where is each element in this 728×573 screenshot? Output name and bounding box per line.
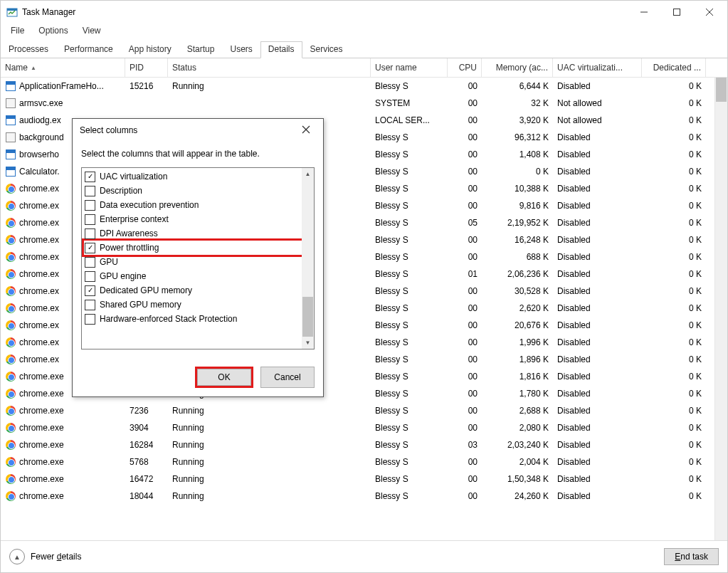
tab-details[interactable]: Details — [260, 41, 302, 58]
header-name[interactable]: Name▲ — [1, 58, 125, 77]
header-pid[interactable]: PID — [125, 58, 168, 77]
checkbox-icon[interactable] — [85, 243, 95, 253]
checkbox-icon[interactable] — [85, 257, 95, 268]
column-option[interactable]: Enterprise context — [82, 212, 314, 226]
dialog-close-button[interactable] — [296, 122, 316, 139]
cell-memory: 1,408 K — [482, 149, 553, 159]
scroll-down-arrow-icon[interactable]: ▼ — [302, 337, 314, 349]
cell-memory: 2,03,240 K — [482, 440, 553, 450]
cell-memory: 9,816 K — [482, 201, 553, 211]
table-row[interactable]: armsvc.exeSYSTEM0032 KNot allowed0 K — [1, 95, 727, 112]
process-name: chrome.exe — [19, 389, 64, 399]
menu-view[interactable]: View — [77, 24, 107, 37]
column-option[interactable]: Data execution prevention — [82, 198, 314, 212]
checkbox-icon[interactable] — [85, 186, 95, 196]
cell-user: LOCAL SER... — [371, 115, 448, 125]
cell-user: Blessy S — [371, 423, 448, 433]
checkbox-icon[interactable] — [85, 300, 95, 310]
ok-button-highlight: OK — [195, 367, 253, 388]
table-row[interactable]: chrome.exe16284RunningBlessy S032,03,240… — [1, 436, 727, 453]
table-row[interactable]: chrome.exe18044RunningBlessy S0024,260 K… — [1, 488, 727, 505]
process-name: chrome.ex — [19, 218, 59, 228]
column-option[interactable]: UAC virtualization — [82, 169, 314, 184]
cell-uac: Disabled — [553, 440, 642, 450]
column-option[interactable]: Shared GPU memory — [82, 298, 314, 312]
column-option-label: UAC virtualization — [100, 172, 167, 182]
table-row[interactable]: ApplicationFrameHo...15216RunningBlessy … — [1, 78, 727, 95]
checkbox-icon[interactable] — [85, 214, 95, 225]
column-option[interactable]: Description — [82, 184, 314, 198]
header-status[interactable]: Status — [168, 58, 371, 77]
checkbox-icon[interactable] — [85, 200, 95, 211]
process-icon — [5, 132, 16, 143]
cell-memory: 0 K — [482, 167, 553, 177]
menubar: File Options View — [1, 23, 727, 38]
header-memory[interactable]: Memory (ac... — [482, 58, 553, 77]
column-option[interactable]: Dedicated GPU memory — [82, 283, 314, 298]
column-option[interactable]: GPU — [82, 255, 314, 269]
checkbox-icon[interactable] — [85, 285, 95, 296]
cell-uac: Disabled — [553, 474, 642, 484]
column-headers: Name▲ PID Status User name CPU Memory (a… — [1, 58, 727, 78]
close-button[interactable] — [693, 1, 726, 23]
fewer-details-button[interactable]: ▲ Fewer details — [9, 549, 81, 564]
process-name: chrome.ex — [19, 269, 59, 279]
header-user[interactable]: User name — [371, 58, 448, 77]
menu-options[interactable]: Options — [33, 24, 73, 37]
process-icon — [5, 490, 16, 502]
header-uac[interactable]: UAC virtualizati... — [553, 58, 642, 77]
process-name: chrome.exe — [19, 440, 64, 450]
tab-app-history[interactable]: App history — [121, 41, 179, 58]
process-name: chrome.ex — [19, 354, 59, 364]
tab-startup[interactable]: Startup — [179, 41, 223, 58]
listbox-scrollbar[interactable]: ▲ ▼ — [302, 168, 314, 349]
header-cpu[interactable]: CPU — [448, 58, 482, 77]
cell-user: Blessy S — [371, 354, 448, 364]
cell-user: Blessy S — [371, 320, 448, 330]
header-dedicated[interactable]: Dedicated ... — [642, 58, 706, 77]
cell-uac: Disabled — [553, 269, 642, 279]
cell-cpu: 00 — [448, 457, 482, 467]
checkbox-icon[interactable] — [85, 172, 95, 182]
end-task-button[interactable]: End task — [664, 548, 719, 565]
process-icon — [5, 80, 16, 92]
menu-file[interactable]: File — [5, 24, 30, 37]
column-option-label: Shared GPU memory — [100, 300, 181, 310]
process-icon — [5, 371, 16, 382]
cell-dedicated: 0 K — [642, 440, 706, 450]
cell-user: Blessy S — [371, 269, 448, 279]
cell-cpu: 00 — [448, 132, 482, 142]
process-icon — [5, 354, 16, 365]
table-row[interactable]: chrome.exe3904RunningBlessy S002,080 KDi… — [1, 419, 727, 436]
minimize-button[interactable] — [628, 1, 660, 23]
cell-uac: Disabled — [553, 303, 642, 313]
cell-cpu: 00 — [448, 252, 482, 262]
columns-listbox[interactable]: UAC virtualizationDescriptionData execut… — [81, 167, 315, 349]
cell-dedicated: 0 K — [642, 474, 706, 484]
process-name: chrome.ex — [19, 320, 59, 330]
column-option[interactable]: GPU engine — [82, 269, 314, 283]
tab-users[interactable]: Users — [222, 41, 260, 58]
ok-button[interactable]: OK — [197, 369, 251, 386]
tab-processes[interactable]: Processes — [1, 41, 56, 58]
tab-performance[interactable]: Performance — [56, 41, 121, 58]
cell-user: Blessy S — [371, 235, 448, 245]
tab-services[interactable]: Services — [302, 41, 351, 58]
scroll-up-arrow-icon[interactable]: ▲ — [302, 168, 314, 180]
table-row[interactable]: chrome.exe16472RunningBlessy S001,50,348… — [1, 471, 727, 488]
listbox-scroll-thumb[interactable] — [302, 297, 313, 337]
table-row[interactable]: chrome.exe5768RunningBlessy S002,004 KDi… — [1, 453, 727, 471]
cell-uac: Not allowed — [553, 98, 642, 108]
cell-memory: 2,620 K — [482, 303, 553, 313]
checkbox-icon[interactable] — [85, 271, 95, 282]
column-option[interactable]: Hardware-enforced Stack Protection — [82, 312, 314, 326]
table-row[interactable]: chrome.exe7236RunningBlessy S002,688 KDi… — [1, 402, 727, 419]
vertical-scrollbar[interactable] — [714, 78, 727, 540]
checkbox-icon[interactable] — [85, 228, 95, 239]
maximize-button[interactable] — [660, 1, 693, 23]
checkbox-icon[interactable] — [85, 314, 95, 325]
cell-user: Blessy S — [371, 81, 448, 91]
process-name: chrome.exe — [19, 406, 64, 416]
scroll-thumb[interactable] — [716, 78, 727, 102]
cancel-button[interactable]: Cancel — [260, 367, 315, 388]
